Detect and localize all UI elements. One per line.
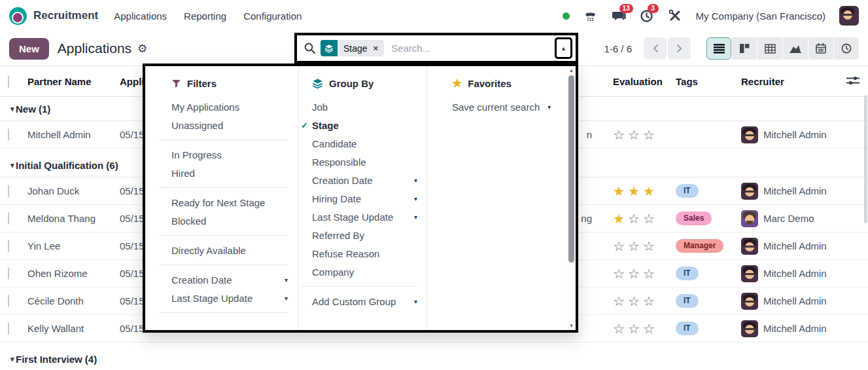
- row-checkbox[interactable]: [8, 185, 9, 197]
- applied-on-cell: 05/15: [120, 268, 145, 279]
- recruiter-name: Mitchell Admin: [763, 295, 827, 306]
- messages-icon[interactable]: 13: [612, 9, 626, 23]
- row-checkbox[interactable]: [8, 240, 9, 252]
- row-checkbox[interactable]: [8, 267, 9, 280]
- filters-section: Filters My Applications Unassigned In Pr…: [145, 66, 299, 330]
- applied-on-cell: 05/15: [120, 213, 145, 224]
- groupby-candidate[interactable]: Candidate: [312, 134, 417, 153]
- filter-blocked[interactable]: Blocked: [171, 212, 288, 230]
- evaluation-stars[interactable]: ☆☆☆: [613, 294, 658, 308]
- optional-columns-icon[interactable]: [846, 75, 859, 88]
- search-input[interactable]: Search...: [391, 43, 430, 54]
- row-checkbox[interactable]: [8, 322, 9, 335]
- search-options-dropdown: Filters My Applications Unassigned In Pr…: [143, 64, 578, 333]
- search-options-toggle[interactable]: ▲: [555, 37, 572, 59]
- recruiter-avatar: [741, 210, 758, 227]
- main-menu: Applications Reporting Configuration: [114, 10, 302, 22]
- activities-icon[interactable]: 3: [640, 9, 654, 23]
- activity-view-button[interactable]: [834, 37, 859, 60]
- groupby-refuse-reason[interactable]: Refuse Reason: [312, 244, 417, 263]
- facet-value: Stage: [343, 43, 368, 54]
- view-settings-gear-icon[interactable]: ⚙: [137, 42, 147, 56]
- voip-phone-icon[interactable]: [583, 9, 598, 23]
- groupby-job[interactable]: Job: [312, 98, 417, 116]
- select-all-checkbox[interactable]: [8, 75, 9, 88]
- evaluation-stars[interactable]: ★★★: [613, 184, 658, 198]
- top-navbar: Recruitment Applications Reporting Confi…: [0, 0, 868, 31]
- filter-unassigned[interactable]: Unassigned: [171, 116, 288, 134]
- search-facet-stage[interactable]: Stage ×: [321, 40, 384, 56]
- filter-ready-for-next-stage[interactable]: Ready for Next Stage: [171, 193, 288, 212]
- pivot-view-button[interactable]: [757, 37, 782, 60]
- groupby-hiring-date[interactable]: Hiring Date▾: [312, 189, 417, 208]
- evaluation-stars[interactable]: ☆☆☆: [613, 322, 658, 336]
- groupby-stage[interactable]: ✓Stage: [312, 116, 417, 134]
- add-custom-group[interactable]: Add Custom Group▾: [312, 292, 417, 310]
- window-scrollbar[interactable]: [864, 95, 867, 223]
- divider: [160, 312, 288, 313]
- pager-next-button[interactable]: [668, 37, 691, 60]
- chevron-down-icon: ▾: [414, 213, 417, 221]
- filter-directly-available[interactable]: Directly Available: [171, 241, 288, 259]
- divider: [160, 187, 288, 188]
- group-row-first-interview[interactable]: ▾ First Interview (4): [0, 347, 868, 370]
- group-by-layers-icon: [321, 40, 338, 56]
- user-avatar[interactable]: [839, 6, 859, 26]
- pager-previous-button[interactable]: [644, 37, 667, 60]
- scrollbar-thumb[interactable]: [568, 75, 574, 263]
- row-checkbox[interactable]: [8, 295, 9, 307]
- group-label: Initial Qualification (6): [16, 160, 118, 171]
- filter-in-progress[interactable]: In Progress: [171, 145, 288, 164]
- company-switcher[interactable]: My Company (San Francisco): [696, 10, 825, 22]
- groupby-responsible[interactable]: Responsible: [312, 153, 417, 171]
- row-checkbox[interactable]: [8, 128, 9, 141]
- filter-hired[interactable]: Hired: [171, 164, 288, 182]
- row-checkbox[interactable]: [8, 212, 9, 225]
- divider: [160, 139, 288, 140]
- scroll-down-arrow-icon[interactable]: ▼: [567, 323, 576, 329]
- chevron-down-icon: ▾: [285, 276, 288, 284]
- groupby-creation-date[interactable]: Creation Date▾: [312, 171, 417, 189]
- evaluation-stars[interactable]: ★☆☆: [613, 212, 658, 226]
- filter-last-stage-update[interactable]: Last Stage Update▾: [171, 289, 288, 307]
- kanban-view-button[interactable]: [732, 37, 757, 60]
- filter-my-applications[interactable]: My Applications: [171, 98, 288, 116]
- col-tags[interactable]: Tags: [676, 76, 741, 87]
- evaluation-stars[interactable]: ☆☆☆: [613, 267, 658, 281]
- group-label: First Interview (4): [16, 354, 97, 365]
- menu-configuration[interactable]: Configuration: [243, 10, 302, 22]
- list-view-button[interactable]: [706, 37, 731, 60]
- checkmark-icon: ✓: [301, 120, 308, 130]
- graph-view-button[interactable]: [783, 37, 808, 60]
- developer-tools-icon[interactable]: [668, 9, 682, 23]
- evaluation-stars[interactable]: ☆☆☆: [613, 239, 658, 253]
- col-partner-name[interactable]: Partner Name: [27, 76, 120, 87]
- calendar-view-button[interactable]: [808, 37, 833, 60]
- groupby-referred-by[interactable]: Referred By: [312, 226, 417, 244]
- recruitment-app-icon[interactable]: [9, 7, 27, 25]
- groupby-last-stage-update[interactable]: Last Stage Update▾: [312, 208, 417, 226]
- group-collapse-caret-icon[interactable]: ▾: [0, 161, 16, 170]
- evaluation-stars[interactable]: ☆☆☆: [613, 128, 658, 142]
- group-collapse-caret-icon[interactable]: ▾: [0, 355, 16, 363]
- favorites-star-icon: ★: [452, 78, 462, 89]
- save-current-search[interactable]: Save current search▾: [452, 98, 564, 116]
- recruiter-avatar: [741, 320, 758, 337]
- groupby-company[interactable]: Company: [312, 263, 417, 281]
- scroll-up-arrow-icon[interactable]: ▲: [567, 67, 576, 73]
- menu-applications[interactable]: Applications: [114, 10, 167, 22]
- col-evaluation[interactable]: Evaluation: [613, 76, 676, 87]
- menu-reporting[interactable]: Reporting: [184, 10, 226, 22]
- remove-facet-icon[interactable]: ×: [373, 43, 379, 53]
- group-collapse-caret-icon[interactable]: ▾: [0, 105, 16, 113]
- col-applied-on[interactable]: Appli: [120, 76, 145, 87]
- search-bar-highlighted[interactable]: Stage × Search... ▲: [294, 33, 578, 64]
- app-name: Recruitment: [33, 9, 98, 22]
- filter-creation-date[interactable]: Creation Date▾: [171, 270, 288, 289]
- partner-name-cell: Cécile Donth: [27, 295, 120, 306]
- favorites-section: ★ Favorites Save current search▾: [427, 66, 576, 330]
- partner-name-cell: Mitchell Admin: [27, 129, 120, 140]
- chevron-down-icon: ▾: [285, 295, 288, 302]
- dropdown-scrollbar[interactable]: ▲ ▼: [567, 66, 576, 330]
- new-button[interactable]: New: [9, 38, 49, 60]
